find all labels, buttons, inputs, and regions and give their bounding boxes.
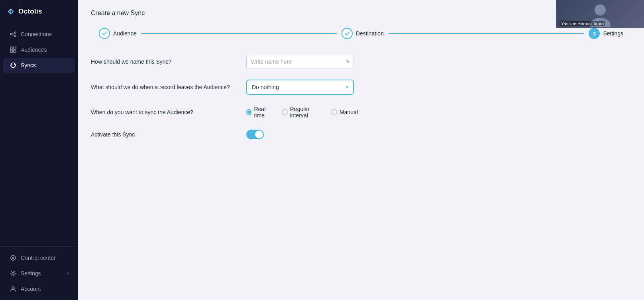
sidebar-item-connections[interactable]: Connections bbox=[3, 27, 75, 42]
logo-icon bbox=[6, 7, 15, 16]
sidebar-item-account[interactable]: Account bbox=[3, 281, 75, 296]
record-select-wrapper: Do nothing ▾ bbox=[246, 80, 358, 95]
name-input-wrapper: ✎ bbox=[246, 55, 354, 68]
step-destination: Destination bbox=[342, 28, 384, 39]
svg-point-12 bbox=[12, 287, 14, 289]
app-logo: Octolis bbox=[0, 0, 78, 23]
step-settings-circle: 3 bbox=[589, 28, 600, 39]
control-center-icon bbox=[10, 254, 17, 261]
step-line-1 bbox=[141, 33, 336, 34]
radio-manual-label: Manual bbox=[340, 109, 358, 115]
sync-timing-label: When do you want to sync the Audience? bbox=[91, 109, 238, 115]
svg-rect-8 bbox=[14, 50, 16, 53]
step-destination-circle bbox=[342, 28, 353, 39]
radio-regular-circle bbox=[282, 109, 288, 115]
svg-point-9 bbox=[11, 255, 16, 260]
account-icon bbox=[10, 285, 17, 292]
settings-form: How should we name this Sync? ✎ What sho… bbox=[91, 55, 410, 139]
stepper: Audience Destination 3 Settings bbox=[91, 28, 631, 39]
app-name: Octolis bbox=[18, 8, 42, 16]
radio-realtime-dot bbox=[247, 111, 251, 114]
step-audience-circle bbox=[99, 28, 110, 39]
radio-manual[interactable]: Manual bbox=[331, 109, 358, 115]
toggle-knob bbox=[255, 131, 263, 138]
activate-toggle-wrapper bbox=[246, 130, 358, 139]
activate-toggle[interactable] bbox=[246, 130, 264, 139]
connections-icon bbox=[10, 31, 17, 38]
svg-line-3 bbox=[12, 33, 14, 34]
sync-name-input[interactable] bbox=[247, 55, 346, 68]
chevron-down-icon: ▾ bbox=[346, 84, 348, 90]
sync-timing-options: Real time Regular interval Manual bbox=[246, 106, 358, 119]
step-settings: 3 Settings bbox=[589, 28, 623, 39]
radio-manual-circle bbox=[331, 109, 337, 115]
settings-icon bbox=[10, 270, 17, 277]
svg-rect-7 bbox=[10, 50, 13, 53]
step-settings-label: Settings bbox=[603, 30, 623, 37]
radio-group: Real time Regular interval Manual bbox=[246, 106, 358, 119]
sidebar-item-settings-label: Settings bbox=[21, 270, 41, 277]
form-row-record: What should we do when a record leaves t… bbox=[91, 80, 410, 95]
radio-realtime-label: Real time bbox=[254, 106, 273, 119]
sidebar-nav: Connections Audiences bbox=[0, 23, 78, 246]
radio-regular-label: Regular interval bbox=[290, 106, 321, 119]
name-label: How should we name this Sync? bbox=[91, 58, 238, 65]
name-input-wrapper-outer: ✎ bbox=[246, 55, 358, 68]
step-audience: Audience bbox=[99, 28, 136, 39]
svg-point-13 bbox=[595, 4, 606, 16]
page-content: Create a new Sync Audience Destination bbox=[78, 0, 644, 300]
svg-point-10 bbox=[12, 257, 14, 259]
sidebar-item-syncs-label: Syncs bbox=[21, 62, 36, 68]
sidebar-item-settings[interactable]: Settings › bbox=[3, 266, 75, 281]
sidebar-item-audiences-label: Audiences bbox=[21, 47, 47, 53]
radio-realtime-circle bbox=[246, 109, 251, 115]
step-line-2 bbox=[389, 33, 584, 34]
form-row-sync-timing: When do you want to sync the Audience? R… bbox=[91, 106, 410, 119]
form-row-name: How should we name this Sync? ✎ bbox=[91, 55, 410, 68]
sidebar-item-control-center-label: Control center bbox=[21, 255, 56, 261]
svg-point-11 bbox=[12, 273, 14, 275]
main-content: Yassine Hamou Tahra Create a new Sync Au… bbox=[78, 0, 644, 300]
svg-rect-5 bbox=[10, 47, 13, 49]
record-select-value: Do nothing bbox=[252, 84, 279, 90]
radio-realtime[interactable]: Real time bbox=[246, 106, 273, 119]
sidebar-item-control-center[interactable]: Control center bbox=[3, 250, 75, 265]
edit-icon: ✎ bbox=[346, 58, 350, 65]
record-select[interactable]: Do nothing ▾ bbox=[246, 80, 354, 95]
step-destination-label: Destination bbox=[356, 30, 384, 37]
sidebar-item-account-label: Account bbox=[21, 286, 41, 292]
form-row-activate: Activate this Sync bbox=[91, 130, 410, 139]
sidebar-item-connections-label: Connections bbox=[21, 31, 52, 37]
sidebar-bottom: Control center Settings › bbox=[0, 246, 78, 300]
radio-regular[interactable]: Regular interval bbox=[282, 106, 321, 119]
step-audience-label: Audience bbox=[113, 30, 136, 37]
svg-point-1 bbox=[14, 32, 16, 33]
svg-rect-6 bbox=[14, 47, 16, 49]
sidebar: Octolis Connections bbox=[0, 0, 78, 300]
sidebar-item-syncs[interactable]: Syncs bbox=[3, 58, 75, 73]
settings-arrow-icon: › bbox=[67, 271, 69, 276]
syncs-icon bbox=[10, 62, 17, 69]
video-username: Yassine Hamou Tahra bbox=[560, 21, 605, 26]
sidebar-item-audiences[interactable]: Audiences bbox=[3, 42, 75, 57]
audiences-icon bbox=[10, 46, 17, 53]
video-thumbnail: Yassine Hamou Tahra bbox=[556, 0, 644, 28]
svg-line-4 bbox=[12, 35, 14, 36]
activate-label: Activate this Sync bbox=[91, 131, 238, 138]
svg-point-2 bbox=[14, 35, 16, 37]
page-title: Create a new Sync bbox=[91, 10, 631, 17]
video-bar: Yassine Hamou Tahra bbox=[556, 0, 644, 28]
svg-point-0 bbox=[10, 33, 12, 35]
record-label: What should we do when a record leaves t… bbox=[91, 84, 238, 90]
